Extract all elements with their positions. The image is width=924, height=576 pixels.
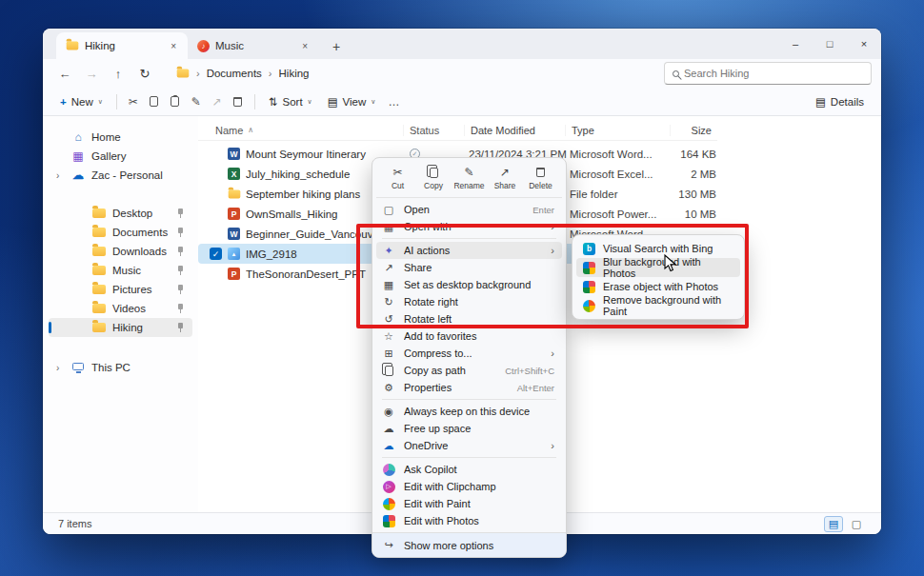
details-view-toggle[interactable]: ▤: [824, 516, 843, 532]
menu-item-add-to-favorites[interactable]: ☆ Add to favorites: [376, 328, 562, 345]
close-button[interactable]: ×: [847, 29, 881, 59]
menu-item-ai-actions[interactable]: ✦ AI actions ›: [376, 242, 562, 259]
menu-item-open-with[interactable]: ▦ Open with ›: [376, 218, 562, 235]
sidebar-item-hiking[interactable]: Hiking: [49, 318, 192, 337]
sidebar-item-this-pc[interactable]: › This PC: [49, 358, 192, 377]
tab-close-icon[interactable]: ×: [167, 40, 180, 52]
minimize-button[interactable]: –: [778, 29, 813, 59]
menu-item-ask-copilot[interactable]: Ask Copilot: [376, 461, 562, 478]
submenu-item-erase-object-photos[interactable]: Erase object with Photos: [576, 277, 740, 296]
search-input[interactable]: [684, 68, 863, 79]
forward-button[interactable]: →: [79, 62, 104, 85]
menu-item-label: Show more options: [404, 540, 493, 551]
menu-item-compress-to[interactable]: ⊞ Compress to... ›: [376, 345, 562, 362]
submenu-item-blur-background-photos[interactable]: Blur background with Photos: [576, 258, 740, 277]
breadcrumb-hiking[interactable]: Hiking: [279, 68, 310, 79]
onedrive-icon: ☁: [382, 440, 395, 452]
sidebar-item-home[interactable]: ⌂ Home: [49, 128, 192, 147]
up-button[interactable]: ↑: [106, 62, 131, 85]
sidebar-item-downloads[interactable]: Downloads: [49, 242, 192, 261]
menu-item-edit-with-photos[interactable]: Edit with Photos: [376, 512, 562, 529]
toolbar-separator: [254, 94, 255, 109]
sidebar-item-label: Zac - Personal: [91, 169, 163, 181]
view-button[interactable]: ▤ View ∨: [320, 91, 384, 112]
large-icons-view-toggle[interactable]: ▢: [847, 516, 866, 532]
file-type: File folder: [570, 189, 674, 200]
menu-item-label: Edit with Clipchamp: [404, 481, 554, 492]
menu-item-set-as-desktop-background[interactable]: ▦ Set as desktop background: [376, 276, 562, 293]
menu-item-label: Free up space: [404, 423, 554, 434]
sidebar-item-pictures[interactable]: Pictures: [49, 280, 192, 299]
share-action[interactable]: ↗ Share: [488, 163, 523, 193]
maximize-button[interactable]: □: [813, 29, 847, 59]
menu-item-edit-with-clipchamp[interactable]: Edit with Clipchamp: [376, 478, 562, 495]
navigation-bar: ← → ↑ ↻ › Documents › Hiking: [43, 59, 881, 88]
new-button[interactable]: + New ∨: [52, 92, 110, 111]
more-options-button[interactable]: …: [383, 91, 404, 112]
tab-close-icon[interactable]: ×: [298, 40, 311, 52]
share-icon: ↗: [212, 95, 222, 109]
column-header-date-modified[interactable]: Date Modified: [464, 125, 565, 136]
submenu-item-label: Remove background with Paint: [603, 294, 733, 317]
menu-item-open[interactable]: ▢ Open Enter: [376, 201, 562, 218]
cloud-icon: ☁: [382, 423, 395, 435]
copy-icon: [430, 168, 438, 178]
copy-button[interactable]: [144, 91, 165, 112]
column-header-size[interactable]: Size: [670, 125, 712, 136]
submenu-item-remove-background-paint[interactable]: Remove background with Paint: [576, 296, 740, 315]
submenu-item-label: Erase object with Photos: [603, 281, 718, 292]
menu-item-share[interactable]: ↗ Share: [376, 259, 562, 276]
menu-item-free-up-space[interactable]: ☁ Free up space: [376, 420, 562, 437]
cut-action[interactable]: ✂ Cut: [380, 163, 415, 193]
column-header-type[interactable]: Type: [565, 125, 670, 136]
share-button[interactable]: ↗: [207, 91, 228, 112]
menu-separator: [382, 399, 556, 400]
sidebar-item-documents[interactable]: Documents: [49, 223, 192, 242]
chevron-right-icon: ›: [196, 68, 200, 79]
file-size: 2 MB: [674, 169, 716, 180]
sort-button[interactable]: ⇅ Sort ∨: [261, 91, 320, 112]
column-header-name[interactable]: Name: [215, 125, 243, 136]
chevron-right-icon[interactable]: ›: [56, 170, 59, 181]
menu-item-edit-with-paint[interactable]: Edit with Paint: [376, 495, 562, 512]
checkbox-checked-icon[interactable]: ✓: [210, 248, 222, 260]
column-header-status[interactable]: Status: [403, 125, 464, 136]
tab-hiking[interactable]: Hiking ×: [56, 32, 188, 59]
submenu-item-visual-search-bing[interactable]: Visual Search with Bing: [576, 239, 740, 258]
sidebar-item-label: Gallery: [91, 150, 126, 162]
rename-button[interactable]: ✎: [186, 91, 207, 112]
paste-button[interactable]: [165, 91, 186, 112]
sidebar-item-gallery[interactable]: ▦ Gallery: [49, 147, 192, 166]
chevron-down-icon: ∨: [98, 98, 103, 106]
delete-action[interactable]: Delete: [523, 163, 558, 193]
search-box[interactable]: [664, 62, 872, 85]
rename-action[interactable]: ✎ Rename: [452, 163, 487, 193]
menu-item-label: AI actions: [404, 245, 542, 256]
details-pane-button[interactable]: ▤ Details: [808, 91, 872, 112]
menu-item-rotate-right[interactable]: ↻ Rotate right: [376, 293, 562, 310]
menu-item-properties[interactable]: ⚙ Properties Alt+Enter: [376, 379, 562, 396]
sidebar-item-videos[interactable]: Videos: [49, 299, 192, 318]
tab-music[interactable]: ♪ Music ×: [188, 32, 319, 59]
breadcrumb[interactable]: › Documents › Hiking: [167, 62, 654, 85]
sidebar-item-onedrive[interactable]: › ☁ Zac - Personal: [49, 166, 192, 185]
menu-item-show-more-options[interactable]: ↪ Show more options: [372, 532, 566, 557]
ai-sparkle-icon: ✦: [382, 245, 395, 257]
back-button[interactable]: ←: [52, 62, 77, 85]
menu-item-rotate-left[interactable]: ↺ Rotate left: [376, 310, 562, 328]
sidebar-item-desktop[interactable]: Desktop: [49, 204, 192, 223]
sidebar-item-music[interactable]: Music: [49, 261, 192, 280]
menu-item-always-keep-on-device[interactable]: ◉ Always keep on this device: [376, 403, 562, 420]
menu-item-onedrive[interactable]: ☁ OneDrive ›: [376, 437, 562, 454]
refresh-button[interactable]: ↻: [132, 62, 157, 85]
cut-button[interactable]: ✂: [123, 91, 144, 112]
delete-button[interactable]: [228, 91, 249, 112]
details-icon: ▤: [815, 95, 826, 109]
breadcrumb-documents[interactable]: Documents: [207, 68, 262, 79]
copy-action[interactable]: Copy: [416, 163, 452, 193]
sidebar-item-label: This PC: [91, 362, 131, 373]
pin-icon: [176, 228, 185, 237]
chevron-right-icon[interactable]: ›: [56, 363, 59, 373]
menu-item-copy-as-path[interactable]: Copy as path Ctrl+Shift+C: [376, 362, 562, 379]
new-tab-button[interactable]: +: [327, 39, 346, 54]
